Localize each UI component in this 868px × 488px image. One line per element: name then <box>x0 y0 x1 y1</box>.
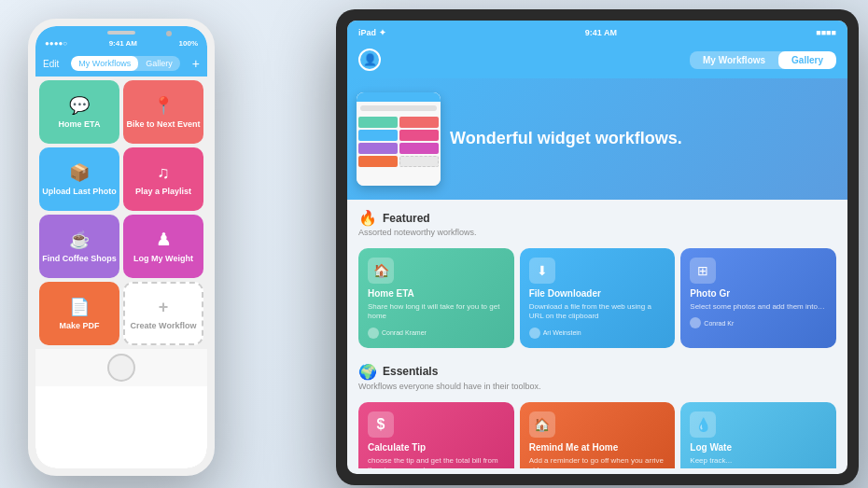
wf-card-home-eta[interactable]: 🏠 Home ETA Share how long it will take f… <box>358 248 514 348</box>
wf-card-file-downloader[interactable]: ⬇ File Downloader Download a file from t… <box>520 248 676 348</box>
wf-card-log-water[interactable]: 💧 Log Wate Keep track... Conrad Kr <box>680 402 836 468</box>
featured-subtitle: Assorted noteworthy workflows. <box>358 228 836 237</box>
photo-gr-card-title: Photo Gr <box>690 288 827 300</box>
photo-gr-card-icon: ⊞ <box>690 258 716 284</box>
make-pdf-icon: 📄 <box>69 297 90 317</box>
file-dl-card-desc: Download a file from the web using a URL… <box>529 302 666 322</box>
find-coffee-icon: ☕ <box>69 230 90 250</box>
home-eta-avatar <box>368 328 379 339</box>
play-playlist-icon: ♫ <box>157 163 170 183</box>
essentials-icon: 🌍 <box>358 363 377 381</box>
upload-photo-icon: 📦 <box>69 162 90 183</box>
tablet-content-area: Wonderful widget workflows. 🔥 Featured A… <box>347 78 847 468</box>
tablet-hero-title: Wonderful widget workflows. <box>450 129 682 149</box>
essentials-title: Essentials <box>383 365 438 378</box>
bike-event-label: Bike to Next Event <box>126 119 200 129</box>
log-weight-label: Log My Weight <box>133 254 193 263</box>
tablet-profile-button[interactable]: 👤 <box>358 49 381 71</box>
remind-home-card-title: Remind Me at Home <box>529 442 666 453</box>
phone-tab-switcher: My Workflows Gallery <box>71 56 179 71</box>
calc-tip-card-desc: choose the tip and get the total bill fr… <box>368 456 505 468</box>
tablet-hero-text: Wonderful widget workflows. <box>450 129 682 149</box>
tablet-hero-section: Wonderful widget workflows. <box>347 78 847 200</box>
home-eta-label: Home ETA <box>59 119 101 129</box>
tablet-device: iPad ✦ 9:41 AM ■■■■ 👤 My Workflows Galle… <box>336 9 859 485</box>
photo-gr-author-name: Conrad Kr <box>704 320 734 327</box>
phone-time: 9:41 AM <box>109 39 137 48</box>
phone-nav-bar: Edit My Workflows Gallery + <box>35 52 207 77</box>
phone-cell-create-workflow[interactable]: + Create Workflow <box>123 282 203 345</box>
upload-photo-label: Upload Last Photo <box>42 187 117 196</box>
home-eta-card-title: Home ETA <box>368 288 505 300</box>
phone-camera <box>166 31 172 36</box>
home-eta-card-icon: 🏠 <box>368 258 394 284</box>
file-dl-author-name: Ari Weinstein <box>543 329 581 336</box>
bike-event-icon: 📍 <box>153 95 174 116</box>
tablet-tab-my-workflows[interactable]: My Workflows <box>690 51 778 69</box>
wf-card-calculate-tip[interactable]: $ Calculate Tip choose the tip and get t… <box>358 402 514 468</box>
phone-tab-my-workflows[interactable]: My Workflows <box>71 56 138 71</box>
phone-signal: ●●●●○ <box>45 39 67 48</box>
create-workflow-icon: + <box>159 298 169 317</box>
calc-tip-card-icon: $ <box>368 411 394 438</box>
phone-cell-play-playlist[interactable]: ♫ Play a Playlist <box>123 147 203 211</box>
tablet-battery: ■■■■ <box>816 28 836 37</box>
phone-device: ●●●●○ 9:41 AM 100% Edit My Workflows Gal… <box>28 19 215 476</box>
play-playlist-label: Play a Playlist <box>135 187 191 196</box>
phone-workflow-grid: 💬 Home ETA 📍 Bike to Next Event 📦 Upload… <box>35 77 207 349</box>
essentials-cards-grid: $ Calculate Tip choose the tip and get t… <box>347 397 847 468</box>
tablet-screen: iPad ✦ 9:41 AM ■■■■ 👤 My Workflows Galle… <box>347 21 847 474</box>
tablet-nav-bar: 👤 My Workflows Gallery <box>347 45 847 78</box>
tablet-essentials-section-header: 🌍 Essentials Workflows everyone should h… <box>347 354 847 397</box>
tablet-status-bar: iPad ✦ 9:41 AM ■■■■ <box>347 21 847 45</box>
file-dl-card-title: File Downloader <box>529 288 666 300</box>
create-workflow-label: Create Workflow <box>131 321 197 330</box>
phone-cell-find-coffee[interactable]: ☕ Find Coffee Shops <box>39 215 119 278</box>
photo-gr-author-row: Conrad Kr <box>690 317 827 328</box>
phone-home-bar <box>35 349 207 386</box>
phone-speaker <box>107 31 135 35</box>
remind-home-card-desc: Add a reminder to go off when you arrive… <box>529 456 666 468</box>
photo-gr-card-desc: Select some photos and add them into a..… <box>690 302 827 312</box>
phone-add-button[interactable]: + <box>192 56 200 71</box>
log-water-card-title: Log Wate <box>690 442 827 453</box>
log-water-card-icon: 💧 <box>690 411 716 438</box>
log-weight-icon: ♟ <box>156 230 171 250</box>
wf-card-photo-gr[interactable]: ⊞ Photo Gr Select some photos and add th… <box>680 248 836 348</box>
tablet-main-content: Wonderful widget workflows. 🔥 Featured A… <box>347 78 847 468</box>
phone-cell-bike-event[interactable]: 📍 Bike to Next Event <box>123 80 203 144</box>
calc-tip-card-title: Calculate Tip <box>368 442 505 453</box>
tablet-time: 9:41 AM <box>585 28 617 37</box>
featured-title: Featured <box>383 212 430 225</box>
tablet-featured-section-header: 🔥 Featured Assorted noteworthy workflows… <box>347 200 847 243</box>
home-eta-icon: 💬 <box>69 95 90 116</box>
phone-tab-gallery[interactable]: Gallery <box>138 56 180 71</box>
featured-icon: 🔥 <box>358 209 377 227</box>
remind-home-card-icon: 🏠 <box>529 411 555 438</box>
home-eta-card-desc: Share how long it will take for you to g… <box>368 302 505 322</box>
phone-cell-home-eta[interactable]: 💬 Home ETA <box>39 80 119 144</box>
tablet-tab-gallery[interactable]: Gallery <box>778 51 836 69</box>
log-water-card-desc: Keep track... <box>690 456 827 466</box>
featured-cards-grid: 🏠 Home ETA Share how long it will take f… <box>347 243 847 354</box>
home-button[interactable] <box>107 354 135 382</box>
phone-cell-log-weight[interactable]: ♟ Log My Weight <box>123 215 203 278</box>
home-eta-card-author-row: Conrad Kramer <box>368 328 505 339</box>
file-dl-avatar <box>529 328 540 339</box>
phone-battery: 100% <box>179 39 198 48</box>
file-dl-author-row: Ari Weinstein <box>529 328 666 339</box>
make-pdf-label: Make PDF <box>59 321 99 330</box>
file-dl-card-icon: ⬇ <box>529 258 555 284</box>
tablet-tab-switcher: My Workflows Gallery <box>690 51 836 69</box>
tablet-device-label: iPad ✦ <box>358 28 386 37</box>
phone-cell-make-pdf[interactable]: 📄 Make PDF <box>39 282 119 345</box>
find-coffee-label: Find Coffee Shops <box>42 254 117 263</box>
tablet-hero-screenshot <box>357 92 441 186</box>
essentials-subtitle: Workflows everyone should have in their … <box>358 382 836 391</box>
phone-cell-upload-photo[interactable]: 📦 Upload Last Photo <box>39 147 119 211</box>
wf-card-remind-home[interactable]: 🏠 Remind Me at Home Add a reminder to go… <box>520 402 676 468</box>
photo-gr-avatar <box>690 317 701 328</box>
home-eta-author-name: Conrad Kramer <box>382 329 427 336</box>
phone-edit-button[interactable]: Edit <box>43 59 59 69</box>
